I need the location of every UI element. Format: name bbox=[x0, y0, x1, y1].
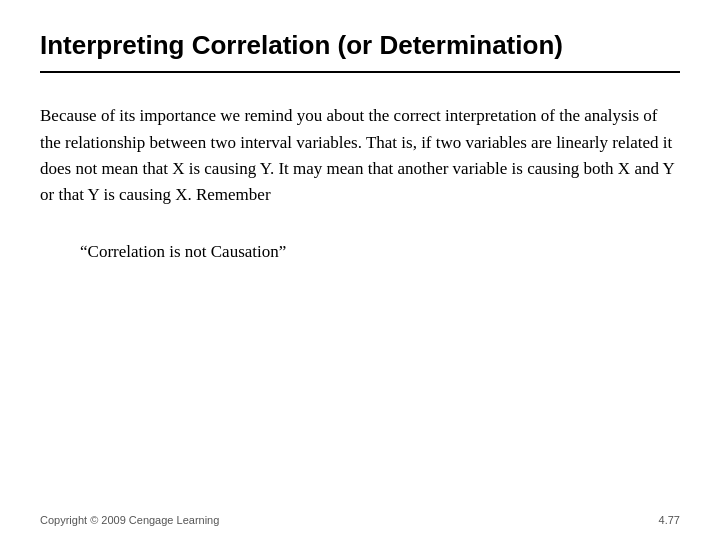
slide-title: Interpreting Correlation (or Determinati… bbox=[40, 30, 680, 61]
slide-container: Interpreting Correlation (or Determinati… bbox=[0, 0, 720, 540]
copyright-text: Copyright © 2009 Cengage Learning bbox=[40, 514, 219, 526]
page-number: 4.77 bbox=[659, 514, 680, 526]
quote-text: “Correlation is not Causation” bbox=[80, 239, 680, 265]
body-paragraph: Because of its importance we remind you … bbox=[40, 103, 680, 208]
title-section: Interpreting Correlation (or Determinati… bbox=[40, 30, 680, 73]
slide-footer: Copyright © 2009 Cengage Learning 4.77 bbox=[40, 514, 680, 526]
